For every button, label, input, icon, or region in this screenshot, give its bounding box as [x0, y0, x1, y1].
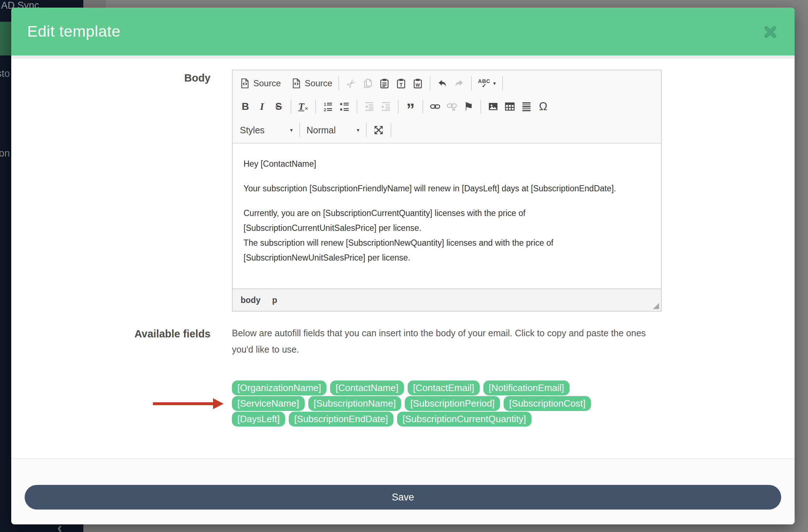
undo-button[interactable] — [434, 74, 451, 92]
cut-button[interactable]: ✂ — [343, 74, 359, 92]
bold-button[interactable]: B — [237, 97, 254, 116]
red-arrow-annotation — [153, 398, 225, 409]
header-divider — [11, 55, 795, 59]
undo-icon — [437, 78, 448, 89]
toolbar-row-1: Source Source ✂ — [237, 72, 657, 95]
quote-icon: ” — [407, 106, 415, 113]
modal-header: Edit template — [11, 8, 795, 55]
element-path-item[interactable]: body — [241, 295, 261, 305]
table-icon — [504, 101, 515, 112]
numbered-list-button[interactable]: 1 2 — [320, 97, 336, 116]
sidebar-item-partial[interactable]: sto — [0, 68, 10, 79]
maximize-button[interactable] — [370, 121, 387, 139]
svg-text:1: 1 — [324, 102, 326, 107]
field-pill-row: [ServiceName][SubscriptionName][Subscrip… — [232, 396, 674, 411]
blockquote-button[interactable]: ” — [402, 97, 419, 116]
close-icon[interactable] — [762, 24, 779, 40]
editor-paragraph: Currently, you are on [SubscriptionCurre… — [243, 206, 650, 265]
styles-dropdown[interactable]: Styles ▾ — [237, 121, 296, 139]
svg-text:W: W — [416, 83, 420, 88]
paste-icon — [379, 78, 390, 89]
toolbar-separator — [430, 76, 430, 90]
save-button[interactable]: Save — [25, 485, 781, 510]
copy-icon — [362, 78, 373, 89]
editor-toolbar: Source Source ✂ — [233, 70, 661, 144]
field-pill[interactable]: [OrganizationName] — [232, 381, 326, 395]
unlink-icon — [446, 101, 457, 112]
toolbar-separator — [471, 76, 472, 90]
copy-button[interactable] — [359, 74, 376, 92]
field-pill[interactable]: [SubscriptionEndDate] — [289, 412, 393, 427]
toolbar-separator — [366, 123, 367, 137]
format-dropdown-value: Normal — [307, 125, 336, 136]
insert-table-button[interactable] — [501, 97, 518, 116]
paste-text-icon: T — [396, 78, 407, 89]
chevron-down-icon: ▾ — [493, 80, 496, 87]
available-fields-description: Below are autofill fields that you can i… — [232, 325, 659, 358]
chevron-down-icon: ▾ — [290, 127, 293, 133]
spellcheck-icon: ABC ✓ — [478, 78, 490, 89]
scissors-icon: ✂ — [343, 76, 359, 91]
paste-button[interactable] — [376, 74, 393, 92]
paste-from-word-button[interactable]: W — [409, 74, 426, 92]
horizontal-line-button[interactable] — [518, 97, 535, 116]
outdent-icon — [364, 101, 375, 112]
svg-text:2: 2 — [324, 108, 326, 112]
modal-footer: Save — [11, 458, 795, 524]
field-pill[interactable]: [ContactName] — [330, 381, 404, 395]
toolbar-separator — [291, 100, 291, 113]
chevron-down-icon: ▾ — [357, 127, 359, 133]
image-icon — [488, 101, 499, 112]
editor-paragraph: Your subscription [SubscriptionFriendlyN… — [243, 181, 650, 196]
resize-handle[interactable] — [653, 303, 659, 309]
editor-content-area[interactable]: Hey [ContactName]Your subscription [Subs… — [233, 144, 661, 288]
paragraph-format-dropdown[interactable]: Normal ▾ — [304, 121, 362, 139]
paste-as-text-button[interactable]: T — [393, 74, 409, 92]
horizontal-line-icon — [521, 101, 532, 112]
anchor-button[interactable]: ⚑ — [460, 97, 477, 116]
source-button-2[interactable]: Source — [288, 74, 335, 92]
field-pill[interactable]: [SubscriptionCost] — [504, 396, 591, 411]
unlink-button[interactable] — [443, 97, 460, 116]
bulleted-list-icon — [339, 101, 350, 112]
source-button-label: Source — [305, 78, 332, 88]
link-icon — [430, 101, 441, 112]
strikethrough-button[interactable]: S — [270, 97, 287, 116]
field-pill-row: [DaysLeft][SubscriptionEndDate][Subscrip… — [232, 412, 674, 427]
arrow-head — [213, 398, 224, 409]
special-character-button[interactable]: Ω — [535, 97, 551, 116]
sidebar-item-partial[interactable]: ion — [0, 148, 10, 159]
spellcheck-button[interactable]: ABC ✓ ▾ — [475, 74, 499, 92]
body-field-label: Body — [131, 72, 211, 84]
styles-dropdown-value: Styles — [240, 125, 265, 136]
omega-icon: Ω — [539, 100, 547, 113]
maximize-icon — [373, 125, 384, 136]
field-pill[interactable]: [SubscriptionName] — [308, 396, 401, 411]
toolbar-separator — [480, 100, 481, 113]
toolbar-separator — [502, 76, 503, 90]
redo-button[interactable] — [451, 74, 467, 92]
insert-image-button[interactable] — [485, 97, 501, 116]
rich-text-editor: Source Source ✂ — [232, 70, 662, 312]
numbered-list-icon: 1 2 — [322, 101, 333, 112]
flag-icon: ⚑ — [463, 100, 474, 113]
decrease-indent-button[interactable] — [361, 97, 378, 116]
element-path-item[interactable]: p — [272, 295, 277, 305]
bulleted-list-button[interactable] — [336, 97, 353, 116]
toolbar-separator — [357, 100, 357, 113]
field-pill[interactable]: [ContactEmail] — [408, 381, 480, 395]
link-button[interactable] — [427, 97, 443, 116]
field-pill[interactable]: [SubscriptionCurrentQuantity] — [397, 412, 532, 427]
arrow-line — [153, 402, 213, 405]
remove-format-button[interactable]: T× — [295, 97, 312, 116]
field-pill[interactable]: [NotificationEmail] — [483, 381, 570, 395]
field-pill[interactable]: [ServiceName] — [232, 396, 305, 411]
indent-icon — [380, 101, 391, 112]
italic-button[interactable]: I — [254, 97, 270, 116]
field-pill[interactable]: [SubscriptionPeriod] — [405, 396, 500, 411]
source-icon — [240, 78, 250, 89]
toolbar-row-3: Styles ▾ Normal ▾ — [237, 118, 657, 142]
field-pill[interactable]: [DaysLeft] — [232, 412, 285, 427]
source-button[interactable]: Source — [237, 74, 283, 92]
increase-indent-button[interactable] — [378, 97, 394, 116]
